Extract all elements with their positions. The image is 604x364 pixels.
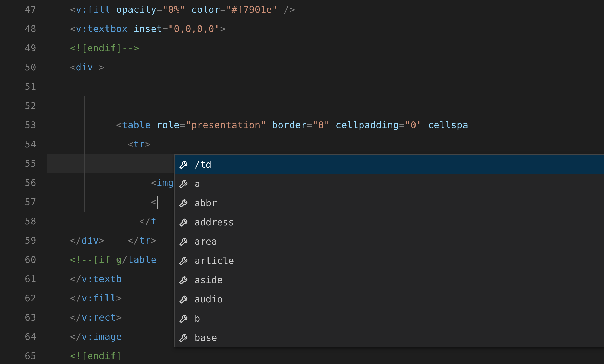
suggestion-label: base bbox=[194, 332, 217, 343]
attr-name: color bbox=[191, 4, 220, 15]
line-number: 50 bbox=[0, 58, 47, 77]
suggestion-label: address bbox=[194, 217, 234, 228]
suggestion-item[interactable]: audio bbox=[175, 289, 604, 309]
bracket: < bbox=[70, 4, 76, 15]
line-number: 51 bbox=[0, 77, 47, 96]
tag-name: v:fill bbox=[81, 293, 116, 303]
code-line[interactable]: <![endif] bbox=[47, 346, 604, 364]
wrench-icon bbox=[178, 293, 190, 305]
code-line[interactable]: <table role="presentation" border="0" ce… bbox=[47, 77, 604, 96]
comment: <!--[if g bbox=[70, 254, 122, 265]
line-number: 59 bbox=[0, 231, 47, 250]
suggestion-label: article bbox=[194, 255, 234, 266]
wrench-icon bbox=[178, 274, 190, 285]
line-number: 62 bbox=[0, 289, 47, 308]
suggestion-item[interactable]: area bbox=[175, 232, 604, 251]
suggestion-item[interactable]: base bbox=[175, 328, 604, 347]
attr-value: "0%" bbox=[162, 4, 186, 15]
line-number: 65 bbox=[0, 346, 47, 364]
suggestion-item[interactable]: article bbox=[175, 251, 604, 270]
indent bbox=[47, 4, 70, 15]
code-line[interactable]: <v:textbox inset="0,0,0,0"> bbox=[47, 19, 604, 38]
suggestion-item[interactable]: aside bbox=[175, 270, 604, 289]
code-line[interactable]: <v:fill opacity="0%" color="#f7901e" /> bbox=[47, 0, 604, 19]
line-number: 54 bbox=[0, 135, 47, 154]
suggestion-label: /td bbox=[194, 159, 211, 170]
tag-name: v:textbox bbox=[76, 23, 128, 34]
autocomplete-popup[interactable]: /td a abbr address area article bbox=[174, 154, 604, 347]
line-number: 58 bbox=[0, 212, 47, 231]
suggestion-label: area bbox=[194, 236, 217, 247]
line-number: 64 bbox=[0, 327, 47, 346]
wrench-icon bbox=[178, 332, 190, 343]
suggestion-label: aside bbox=[194, 275, 223, 285]
wrench-icon bbox=[178, 255, 190, 266]
tag-name: v:rect bbox=[81, 312, 116, 323]
line-number: 57 bbox=[0, 192, 47, 212]
code-editor[interactable]: 47 48 49 50 51 52 53 54 55 56 57 58 59 6… bbox=[0, 0, 604, 364]
suggestion-label: b bbox=[194, 313, 200, 324]
line-number: 48 bbox=[0, 19, 47, 38]
code-line[interactable]: <img style="width: 140px; height: 103px;… bbox=[47, 135, 604, 154]
tag-name: v:fill bbox=[76, 4, 110, 15]
line-number: 47 bbox=[0, 0, 47, 19]
wrench-icon bbox=[178, 236, 190, 247]
code-line[interactable]: <td style="text-align: center; padding: … bbox=[47, 115, 604, 135]
suggestion-label: abbr bbox=[194, 198, 217, 208]
suggestion-item[interactable]: address bbox=[175, 212, 604, 232]
code-line[interactable]: <div > bbox=[47, 58, 604, 77]
line-number: 49 bbox=[0, 38, 47, 58]
line-number: 56 bbox=[0, 173, 47, 192]
wrench-icon bbox=[178, 178, 190, 189]
tag-name: v:image bbox=[81, 331, 122, 342]
code-line[interactable]: <tr> bbox=[47, 96, 604, 115]
line-number: 60 bbox=[0, 250, 47, 269]
comment: <![endif]--> bbox=[70, 43, 139, 53]
wrench-icon bbox=[178, 313, 190, 324]
suggestion-label: a bbox=[194, 178, 200, 189]
wrench-icon bbox=[178, 159, 190, 170]
attr-name: opacity bbox=[116, 4, 156, 15]
suggestion-item[interactable]: /td bbox=[175, 155, 604, 174]
suggestion-item[interactable]: abbr bbox=[175, 193, 604, 212]
line-number-gutter: 47 48 49 50 51 52 53 54 55 56 57 58 59 6… bbox=[0, 0, 47, 364]
comment: <![endif] bbox=[70, 350, 122, 361]
wrench-icon bbox=[178, 216, 190, 228]
bracket: /> bbox=[284, 4, 295, 15]
line-number: 63 bbox=[0, 308, 47, 327]
line-number: 52 bbox=[0, 96, 47, 115]
tag-name: div bbox=[81, 235, 99, 246]
line-number: 61 bbox=[0, 269, 47, 289]
code-area[interactable]: <v:fill opacity="0%" color="#f7901e" /> … bbox=[47, 0, 604, 364]
suggestion-item[interactable]: b bbox=[175, 309, 604, 328]
line-number: 55 bbox=[0, 154, 47, 173]
wrench-icon bbox=[178, 197, 190, 209]
suggestion-item[interactable]: a bbox=[175, 174, 604, 193]
suggestion-label: audio bbox=[194, 294, 223, 304]
attr-value: "0,0,0,0" bbox=[168, 23, 220, 34]
tag-name: v:textb bbox=[81, 274, 122, 284]
tag-name: div bbox=[76, 62, 93, 73]
attr-name: inset bbox=[134, 23, 162, 34]
code-line[interactable]: <![endif]--> bbox=[47, 38, 604, 58]
attr-value: "#f7901e" bbox=[226, 4, 278, 15]
line-number: 53 bbox=[0, 115, 47, 135]
